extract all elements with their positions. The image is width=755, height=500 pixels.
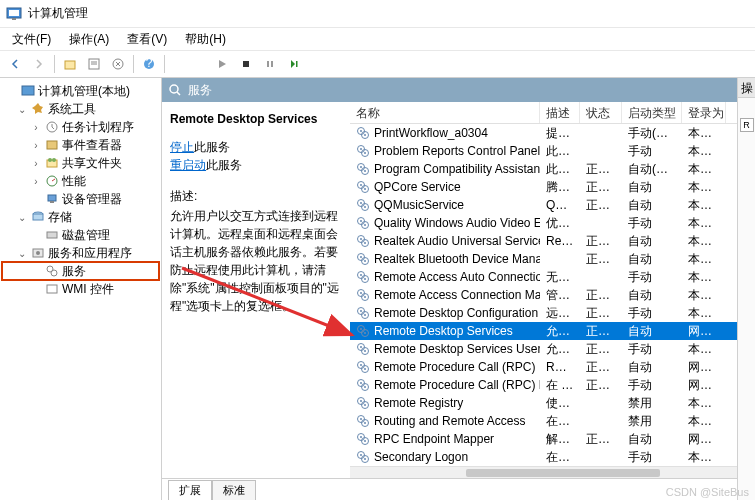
stop-button[interactable]	[235, 53, 257, 75]
cell-startup: 手动	[622, 341, 682, 358]
col-startup-type[interactable]: 启动类型	[622, 102, 682, 123]
tree-services[interactable]: 服务	[2, 262, 159, 280]
tree-task-scheduler[interactable]: ›任务计划程序	[2, 118, 159, 136]
service-row[interactable]: Secondary Logon在不...手动本地系...	[350, 448, 737, 466]
menu-file[interactable]: 文件(F)	[4, 29, 59, 50]
service-row[interactable]: Problem Reports Control Panel S...此服...手…	[350, 142, 737, 160]
restart-button[interactable]	[283, 53, 305, 75]
cell-status: 正在...	[580, 377, 622, 394]
cell-name: Remote Registry	[350, 396, 540, 410]
cell-logon: 本地系...	[682, 125, 726, 142]
cell-startup: 自动	[622, 287, 682, 304]
col-status[interactable]: 状态	[580, 102, 622, 123]
cell-status: 正在...	[580, 251, 622, 268]
menu-action[interactable]: 操作(A)	[61, 29, 117, 50]
menu-help[interactable]: 帮助(H)	[177, 29, 234, 50]
svg-point-29	[51, 270, 57, 276]
cell-startup: 自动	[622, 359, 682, 376]
cell-startup: 自动	[622, 197, 682, 214]
svg-rect-13	[296, 61, 298, 67]
svg-rect-14	[22, 86, 34, 95]
restart-service-link[interactable]: 重启动	[170, 158, 206, 172]
play-button[interactable]	[211, 53, 233, 75]
service-row[interactable]: Remote Desktop Services UserM...允许...正在.…	[350, 340, 737, 358]
up-button[interactable]	[59, 53, 81, 75]
pause-button[interactable]	[259, 53, 281, 75]
actions-header: 操	[738, 78, 755, 98]
tab-standard[interactable]: 标准	[212, 480, 256, 500]
service-row[interactable]: Realtek Bluetooth Device Manag...正在...自动…	[350, 250, 737, 268]
service-row[interactable]: Remote Access Connection Man...管理...正在..…	[350, 286, 737, 304]
svg-text:?: ?	[146, 57, 153, 70]
svg-point-68	[364, 278, 366, 280]
service-row[interactable]: Remote Procedure Call (RPC) Lo...在 W...正…	[350, 376, 737, 394]
svg-point-75	[360, 310, 362, 312]
service-row[interactable]: Quality Windows Audio Video Ex...优质...手动…	[350, 214, 737, 232]
svg-point-52	[364, 206, 366, 208]
service-row[interactable]: Remote Procedure Call (RPC)RPC...正在...自动…	[350, 358, 737, 376]
delete-button[interactable]	[107, 53, 129, 75]
service-row[interactable]: PrintWorkflow_a0304提供...手动(触发...本地系...	[350, 124, 737, 142]
properties-button[interactable]	[83, 53, 105, 75]
service-row[interactable]: RPC Endpoint Mapper解析...正在...自动网络服...	[350, 430, 737, 448]
actions-button[interactable]: R	[740, 118, 754, 132]
tree-shared-folders[interactable]: ›共享文件夹	[2, 154, 159, 172]
service-row[interactable]: Program Compatibility Assistant S...此服..…	[350, 160, 737, 178]
tab-extended[interactable]: 扩展	[168, 480, 212, 500]
cell-startup: 手动	[622, 143, 682, 160]
cell-name: Remote Desktop Services	[350, 324, 540, 338]
svg-point-103	[360, 436, 362, 438]
svg-point-71	[360, 292, 362, 294]
services-list[interactable]: 名称 描述 状态 启动类型 登录为 PrintWorkflow_a0304提供.…	[350, 102, 737, 478]
svg-point-56	[364, 224, 366, 226]
help-button[interactable]: ?	[138, 53, 160, 75]
cell-description: 在 W...	[540, 377, 580, 394]
tree-event-viewer[interactable]: ›事件查看器	[2, 136, 159, 154]
tree-device-manager[interactable]: 设备管理器	[2, 190, 159, 208]
service-row[interactable]: Remote Desktop Services允许...正在...自动网络服..…	[350, 322, 737, 340]
forward-button[interactable]	[28, 53, 50, 75]
svg-point-84	[364, 350, 366, 352]
svg-point-27	[36, 251, 40, 255]
svg-point-48	[364, 188, 366, 190]
col-description[interactable]: 描述	[540, 102, 580, 123]
cell-logon: 网络服...	[682, 323, 726, 340]
service-row[interactable]: Realtek Audio Universal ServiceRealt...正…	[350, 232, 737, 250]
stop-service-link[interactable]: 停止	[170, 140, 194, 154]
service-row[interactable]: QQMusicServiceQQ...正在...自动本地系...	[350, 196, 737, 214]
cell-description: 无论...	[540, 269, 580, 286]
tree-disk-management[interactable]: 磁盘管理	[2, 226, 159, 244]
cell-description: 提供...	[540, 125, 580, 142]
cell-logon: 本地系...	[682, 449, 726, 466]
tree-services-apps[interactable]: ⌄服务和应用程序	[2, 244, 159, 262]
app-icon	[6, 6, 22, 22]
service-row[interactable]: Remote Desktop Configuration远程...正在...手动…	[350, 304, 737, 322]
nav-tree[interactable]: 计算机管理(本地) ⌄系统工具 ›任务计划程序 ›事件查看器 ›共享文件夹 ›性…	[0, 78, 162, 500]
col-logon-as[interactable]: 登录为	[682, 102, 726, 123]
cell-status: 正在...	[580, 179, 622, 196]
tree-wmi[interactable]: WMI 控件	[2, 280, 159, 298]
service-row[interactable]: QPCore Service腾讯...正在...自动本地系...	[350, 178, 737, 196]
cell-logon: 本地系...	[682, 197, 726, 214]
horizontal-scrollbar[interactable]	[350, 466, 737, 478]
cell-status: 正在...	[580, 431, 622, 448]
cell-name: Routing and Remote Access	[350, 414, 540, 428]
col-name[interactable]: 名称	[350, 102, 540, 123]
svg-point-60	[364, 242, 366, 244]
cell-name: Remote Desktop Services UserM...	[350, 342, 540, 356]
svg-point-92	[364, 386, 366, 388]
cell-description: 允许...	[540, 323, 580, 340]
service-row[interactable]: Routing and Remote Access在局...禁用本地系...	[350, 412, 737, 430]
cell-status: 正在...	[580, 287, 622, 304]
cell-description: 在不...	[540, 449, 580, 466]
service-row[interactable]: Remote Access Auto Connection ...无论...手动…	[350, 268, 737, 286]
tree-performance[interactable]: ›性能	[2, 172, 159, 190]
svg-point-96	[364, 404, 366, 406]
menu-view[interactable]: 查看(V)	[119, 29, 175, 50]
tree-storage[interactable]: ⌄存储	[2, 208, 159, 226]
back-button[interactable]	[4, 53, 26, 75]
tree-system-tools[interactable]: ⌄系统工具	[2, 100, 159, 118]
tree-root[interactable]: 计算机管理(本地)	[2, 82, 159, 100]
svg-point-18	[48, 158, 52, 162]
service-row[interactable]: Remote Registry使远...禁用本地服...	[350, 394, 737, 412]
